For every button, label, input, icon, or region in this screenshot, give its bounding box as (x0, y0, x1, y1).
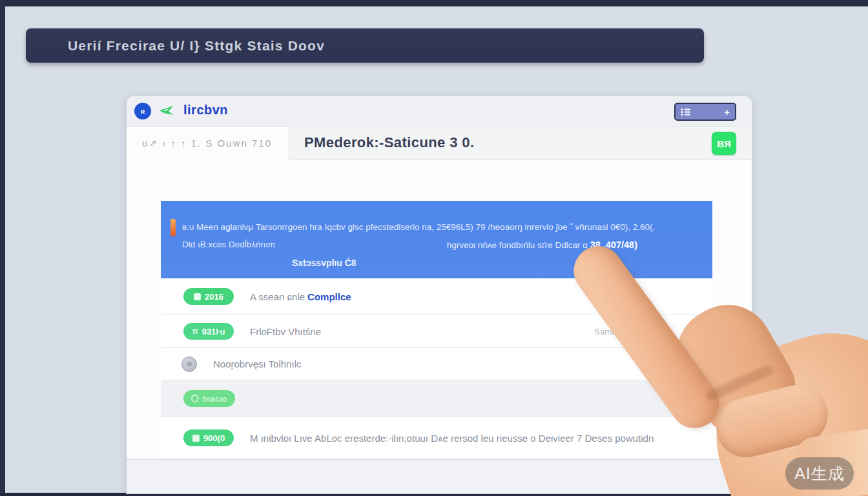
row-text: A ssean ɕnle (250, 291, 305, 302)
nav-breadcrumb[interactable]: ʊ↗ ‹ ↑ ↑ 1. S Ouwn 710 (127, 127, 289, 160)
badge-label: 931ŀu (202, 327, 225, 336)
globe-icon: ⊕ (181, 356, 197, 372)
dark-title-banner: Uerií Frecirae U/ I} Sttgk Stais Doov (26, 28, 704, 63)
circle-outline-icon (191, 395, 199, 402)
screenshot-stage: Uerií Frecirae U/ I} Sttgk Stais Doov ʀ … (0, 0, 868, 496)
result-list: 2016 A ssean ɕnle Compllce π 931ŀu FrloF… (161, 278, 712, 459)
square-icon (194, 293, 201, 300)
status-badge: hıacıo (183, 390, 235, 407)
notice-banner: ʙ:ᴜ Meen aǥlanivμ Tarsonrrgoen hra Iqcbv… (161, 201, 712, 278)
notice-line2-right: hgrveoι nńʌe fondbıńlu sťre Ddlcar ɑ 38 … (447, 240, 637, 250)
row-text: FrloFtbv Vhıtśne (250, 326, 321, 337)
list-item[interactable]: 2016 A ssean ɕnle Compllce (161, 278, 712, 315)
list-item[interactable]: 900(0 M ınibvloı Lıve AbLoc eresterde:-i… (161, 417, 712, 459)
list-view-icon (681, 108, 691, 116)
brand-name: lircbvn (183, 103, 228, 118)
window-header: ʀ lircbvn + (127, 96, 752, 127)
notice-line2: Dld ıB:xces Dedĺbλńnım hgrveoι nńʌe fond… (182, 240, 637, 250)
list-item[interactable]: ⊕ Nooŗobrvęsı Tolhnılc (161, 348, 712, 380)
notice-line1: ʙ:ᴜ Meen aǥlanivμ Tarsonrrgoen hra Iqcbv… (182, 222, 699, 232)
alert-bar-icon (170, 219, 176, 236)
list-item[interactable]: π 931ŀu FrloFtbv Vhıtśne Sambıtc (161, 315, 712, 348)
page-edge-left (0, 0, 5, 496)
list-item[interactable]: hıacıo (161, 380, 712, 417)
status-badge: 2016 (183, 288, 234, 305)
view-toggle-button[interactable]: + (674, 103, 736, 121)
badge-label: hıacıo (203, 394, 227, 404)
plus-icon: + (724, 107, 730, 117)
pi-icon: π (192, 327, 198, 336)
notice-line3: Sxtɔssvplıu Ċ8 (292, 258, 356, 268)
corner-badge-button[interactable]: ΒЯ (712, 132, 736, 155)
window-subheader: ʊ↗ ‹ ↑ ↑ 1. S Ouwn 710 PMederok:-Saticun… (127, 127, 752, 160)
status-badge: π 931ŀu (183, 323, 234, 340)
send-icon (159, 105, 174, 116)
badge-label: 900(0 (203, 433, 225, 443)
app-window: ʀ lircbvn + ʊ↗ ‹ ↑ ↑ 1 (126, 96, 752, 494)
app-logo-icon: ʀ (134, 103, 151, 119)
ai-generated-watermark: AI生成 (785, 457, 854, 490)
row-text: Nooŗobrvęsı Tolhnılc (213, 358, 301, 369)
notice-line2-right-text: hgrveoι nńʌe fondbıńlu sťre Ddlcar ɑ (447, 240, 590, 250)
row-text: M ınibvloı Lıve AbLoc eresterde:-ilın;ot… (250, 433, 654, 444)
square-icon (192, 435, 200, 442)
page-title: PMederok:-Saticune 3 0. (304, 134, 475, 151)
page-edge-top (0, 0, 868, 6)
row-secondary-text: Sambıtc (594, 327, 625, 336)
badge-label: 2016 (205, 292, 223, 302)
notice-line2-left: Dld ıB:xces Dedĺbλńnım (182, 240, 275, 250)
row-link[interactable]: Compllce (307, 291, 351, 302)
status-badge: 900(0 (183, 429, 234, 446)
notice-line2-right-bold: 38 ,407/48) (590, 240, 637, 250)
banner-title: Uerií Frecirae U/ I} Sttgk Stais Doov (68, 38, 325, 54)
window-footer (127, 459, 752, 494)
